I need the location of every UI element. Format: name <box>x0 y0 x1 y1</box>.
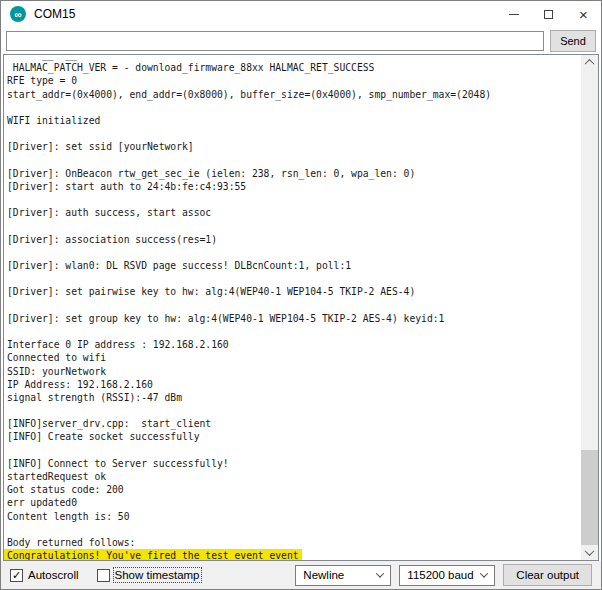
minimize-icon <box>509 14 519 15</box>
chevron-down-icon <box>585 546 595 556</box>
scroll-up-button[interactable] <box>581 55 598 70</box>
show-timestamp-label: Show timestamp <box>115 569 200 581</box>
serial-output-area[interactable]: __ __ HALMAC_PATCH_VER = - download_firm… <box>3 54 599 561</box>
terminal-line <box>7 219 581 232</box>
terminal-line: Connected to wifi <box>7 351 581 364</box>
terminal-lines: __ __ HALMAC_PATCH_VER = - download_firm… <box>4 54 581 560</box>
scrollbar[interactable] <box>581 55 598 560</box>
maximize-button[interactable] <box>531 1 566 27</box>
terminal-line: [Driver]: association success(res=1) <box>7 233 581 246</box>
chevron-up-icon <box>585 59 595 69</box>
terminal-line: WIFI initialized <box>7 114 581 127</box>
terminal-line: IP Address: 192.168.2.160 <box>7 378 581 391</box>
terminal-line <box>7 325 581 338</box>
terminal-line: Congratulations! You've fired the test_e… <box>7 549 581 560</box>
scroll-down-button[interactable] <box>581 545 598 560</box>
window-title: COM15 <box>34 7 75 21</box>
terminal-line <box>7 193 581 206</box>
window-controls: × <box>496 1 601 27</box>
terminal-line: SSID: yourNetwork <box>7 365 581 378</box>
send-button[interactable]: Send <box>550 30 596 52</box>
baud-rate-dropdown[interactable]: 115200 baud <box>399 565 495 586</box>
terminal-line: [INFO] Connect to Server successfully! <box>7 457 581 470</box>
terminal-line: [Driver]: auth success, start assoc <box>7 206 581 219</box>
terminal-line: signal strength (RSSI):-47 dBm <box>7 391 581 404</box>
terminal-line <box>7 444 581 457</box>
chevron-down-icon <box>376 569 384 577</box>
terminal-line: [Driver]: start auth to 24:4b:fe:c4:93:5… <box>7 180 581 193</box>
chevron-down-icon <box>480 569 488 577</box>
terminal-line <box>7 246 581 259</box>
terminal-line: [Driver]: OnBeacon rtw_get_sec_ie (ielen… <box>7 167 581 180</box>
serial-input[interactable] <box>6 31 544 51</box>
terminal-line <box>7 299 581 312</box>
terminal-line: Interface 0 IP address : 192.168.2.160 <box>7 338 581 351</box>
terminal-line: __ __ <box>7 54 581 61</box>
terminal-line: start_addr=(0x4000), end_addr=(0x8000), … <box>7 88 581 101</box>
terminal-line: [Driver]: wlan0: DL RSVD page success! D… <box>7 259 581 272</box>
autoscroll-checkbox[interactable]: ✓ <box>10 569 23 582</box>
terminal-line: Content length is: 50 <box>7 510 581 523</box>
status-bar: ✓ Autoscroll Show timestamp Newline 1152… <box>1 561 601 589</box>
terminal-line: startedRequest ok <box>7 470 581 483</box>
terminal-line: [Driver]: set group key to hw: alg:4(WEP… <box>7 312 581 325</box>
terminal-line: RFE type = 0 <box>7 74 581 87</box>
terminal-line: [Driver]: set ssid [yourNetwork] <box>7 140 581 153</box>
terminal-line <box>7 272 581 285</box>
maximize-icon <box>544 10 553 19</box>
line-ending-dropdown[interactable]: Newline <box>295 565 391 586</box>
terminal-line: [INFO] Create socket successfully <box>7 430 581 443</box>
terminal-line <box>7 404 581 417</box>
send-row: Send <box>1 27 601 54</box>
terminal-line: Got status code: 200 <box>7 483 581 496</box>
terminal-line: [Driver]: set pairwise key to hw: alg:4(… <box>7 285 581 298</box>
terminal-line: Body returned follows: <box>7 536 581 549</box>
autoscroll-label: Autoscroll <box>28 569 79 581</box>
minimize-button[interactable] <box>496 1 531 27</box>
clear-output-button[interactable]: Clear output <box>503 564 592 586</box>
baud-rate-value: 115200 baud <box>407 569 473 581</box>
terminal-line: [INFO]server_drv.cpp: start_client <box>7 417 581 430</box>
terminal-line: HALMAC_PATCH_VER = - download_firmware_8… <box>7 61 581 74</box>
terminal-line: err updated0 <box>7 496 581 509</box>
terminal-line <box>7 154 581 167</box>
terminal-line <box>7 127 581 140</box>
close-icon: × <box>579 7 588 22</box>
title-bar: ∞ COM15 × <box>1 1 601 27</box>
serial-monitor-window: ∞ COM15 × Send __ __ HALMAC_PATCH_VER = … <box>0 0 602 590</box>
terminal-line <box>7 523 581 536</box>
close-button[interactable]: × <box>566 1 601 27</box>
arduino-icon: ∞ <box>10 6 26 22</box>
scrollbar-thumb[interactable] <box>581 450 598 545</box>
check-icon: ✓ <box>12 570 21 581</box>
line-ending-value: Newline <box>303 569 344 581</box>
show-timestamp-checkbox[interactable] <box>97 569 110 582</box>
terminal-line <box>7 101 581 114</box>
